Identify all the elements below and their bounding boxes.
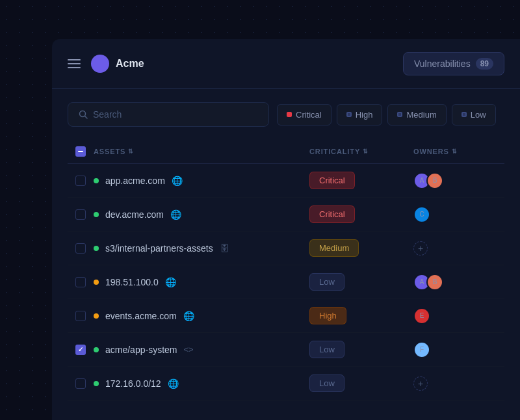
filter-critical[interactable]: Critical — [277, 104, 332, 125]
avatar-group: E — [413, 308, 430, 324]
asset-name: dev.acme.com — [105, 209, 164, 220]
globe-icon: 🌐 — [172, 176, 183, 186]
row-checkbox-2[interactable] — [68, 209, 94, 220]
checkbox-empty[interactable] — [75, 176, 86, 186]
filter-high[interactable]: High — [337, 104, 383, 125]
criticality-cell-4: Low — [309, 273, 413, 291]
assets-column-header: ASSETS ⇅ — [94, 148, 309, 155]
header-left: Acme — [68, 55, 144, 73]
vulnerabilities-button[interactable]: Vulnerabilities 89 — [403, 52, 504, 75]
table-row: acme/app-system <> Low F — [68, 333, 504, 367]
asset-name: 198.51.100.0 — [105, 277, 159, 287]
avatar: E — [413, 308, 430, 324]
status-dot-green — [94, 381, 99, 386]
globe-icon: 🌐 — [170, 209, 181, 220]
asset-cell-3: s3/internal-partners-assets 🗄 — [94, 243, 309, 254]
filter-medium[interactable]: Medium — [387, 104, 446, 125]
owners-cell-7: + — [413, 376, 504, 391]
row-checkbox-1[interactable] — [68, 176, 94, 186]
checkbox-empty[interactable] — [75, 243, 86, 254]
criticality-cell-1: Critical — [309, 172, 413, 189]
checkbox-minus-icon — [75, 146, 86, 157]
high-dot — [346, 112, 352, 117]
code-icon: <> — [183, 345, 193, 354]
assets-sort-icon[interactable]: ⇅ — [128, 148, 134, 155]
asset-cell-6: acme/app-system <> — [94, 345, 309, 355]
avatar: C — [413, 206, 430, 223]
asset-cell-7: 172.16.0.0/12 🌐 — [94, 378, 309, 389]
vuln-label: Vulnerabilities — [414, 59, 471, 69]
avatar-group: A B — [413, 172, 443, 189]
low-badge: Low — [309, 374, 344, 392]
criticality-cell-7: Low — [309, 374, 413, 392]
add-owner-button[interactable]: + — [413, 241, 428, 256]
avatar-group: F — [413, 341, 430, 358]
low-badge: Low — [309, 341, 344, 358]
critical-badge: Critical — [309, 205, 355, 223]
critical-badge: Critical — [309, 172, 355, 189]
avatar: B — [426, 274, 443, 291]
status-dot-orange — [94, 280, 99, 285]
criticality-sort-icon[interactable]: ⇅ — [363, 148, 369, 155]
low-label: Low — [471, 110, 486, 120]
checkbox-empty[interactable] — [75, 311, 86, 321]
asset-cell-5: events.acme.com 🌐 — [94, 311, 309, 321]
status-dot-green — [94, 347, 99, 352]
filter-low[interactable]: Low — [452, 104, 496, 125]
asset-name: 172.16.0.0/12 — [105, 378, 161, 389]
table-row: 198.51.100.0 🌐 Low A B — [68, 265, 504, 299]
owners-cell-6: F — [413, 341, 504, 358]
row-checkbox-6[interactable] — [68, 345, 94, 355]
checkbox-empty[interactable] — [75, 277, 86, 287]
avatar-group: C — [413, 206, 430, 223]
table-row: 172.16.0.0/12 🌐 Low + — [68, 367, 504, 400]
asset-name: app.acme.com — [105, 176, 165, 186]
owners-cell-1: A B — [413, 172, 504, 189]
status-dot-green — [94, 178, 99, 183]
low-badge: Low — [309, 273, 344, 291]
criticality-cell-3: Medium — [309, 239, 413, 257]
high-badge: High — [309, 307, 346, 324]
search-box[interactable]: Search — [68, 102, 269, 127]
asset-name: events.acme.com — [105, 311, 177, 321]
database-icon: 🗄 — [220, 243, 229, 254]
criticality-cell-6: Low — [309, 341, 413, 358]
brand-name: Acme — [116, 58, 144, 70]
critical-dot — [287, 112, 292, 117]
checkbox-empty[interactable] — [75, 209, 86, 220]
owners-cell-4: A B — [413, 274, 504, 291]
owners-cell-3: + — [413, 241, 504, 256]
app-window: Acme Vulnerabilities 89 Search Critical … — [52, 39, 520, 420]
row-checkbox-4[interactable] — [68, 277, 94, 287]
checkbox-empty[interactable] — [75, 378, 86, 389]
avatar: B — [426, 172, 443, 189]
medium-badge: Medium — [309, 239, 359, 257]
add-owner-button[interactable]: + — [413, 376, 428, 391]
asset-name: acme/app-system — [105, 345, 177, 355]
medium-dot — [397, 112, 402, 117]
header-checkbox[interactable] — [68, 146, 94, 157]
table-row: events.acme.com 🌐 High E — [68, 299, 504, 333]
vuln-count: 89 — [476, 58, 493, 70]
asset-cell-4: 198.51.100.0 🌐 — [94, 277, 309, 287]
asset-name: s3/internal-partners-assets — [105, 243, 213, 254]
table-header: ASSETS ⇅ CRITICALITY ⇅ OWNERS ⇅ — [68, 140, 504, 164]
medium-label: Medium — [406, 110, 436, 120]
checkbox-checked[interactable] — [75, 345, 86, 355]
row-checkbox-3[interactable] — [68, 243, 94, 254]
criticality-cell-2: Critical — [309, 205, 413, 223]
row-checkbox-5[interactable] — [68, 311, 94, 321]
avatar-group: A B — [413, 274, 443, 291]
status-dot-green — [94, 212, 99, 217]
toolbar: Search Critical High Medium Low — [52, 89, 520, 140]
status-dot-green — [94, 246, 99, 251]
row-checkbox-7[interactable] — [68, 378, 94, 389]
status-dot-orange — [94, 313, 99, 319]
brand-avatar — [91, 55, 109, 73]
filter-buttons: Critical High Medium Low — [277, 104, 496, 125]
avatar: F — [413, 341, 430, 358]
globe-icon: 🌐 — [165, 277, 176, 287]
owners-sort-icon[interactable]: ⇅ — [452, 148, 458, 155]
menu-button[interactable] — [68, 59, 81, 68]
critical-label: Critical — [296, 110, 322, 120]
